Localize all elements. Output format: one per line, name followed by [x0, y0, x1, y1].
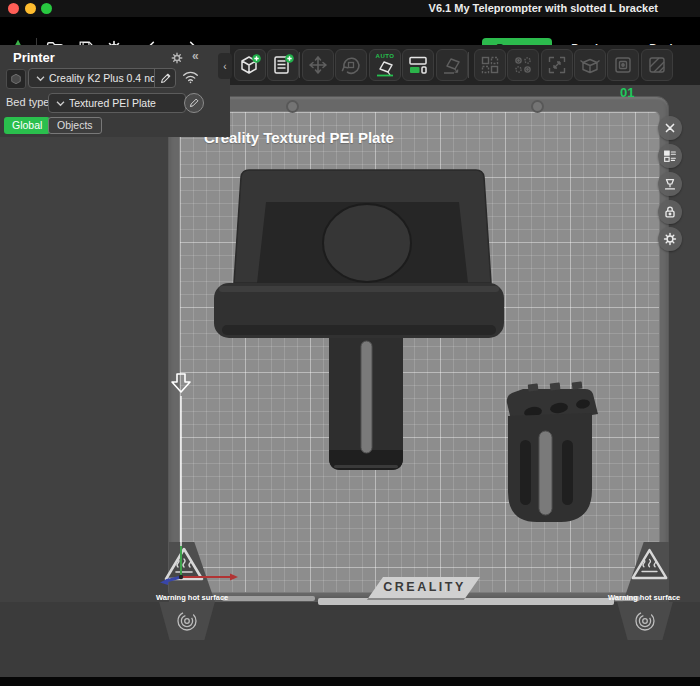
toolstrip-divider: [468, 52, 469, 78]
move-button[interactable]: [302, 49, 334, 81]
plate-front-lip: [318, 598, 614, 605]
printer-select-value: Creality K2 Plus 0.4 nozzle: [49, 72, 154, 84]
add-plate-button[interactable]: [267, 49, 299, 81]
printer-select[interactable]: Creality K2 Plus 0.4 nozzle: [28, 68, 176, 88]
plate-screw-hole: [531, 100, 544, 113]
hot-surface-warning-icon: [163, 546, 205, 583]
toolstrip-divider: [299, 52, 300, 78]
edit-bed-type-button[interactable]: [184, 93, 204, 113]
rotate-button[interactable]: [335, 49, 367, 81]
chevron-down-icon: [56, 100, 65, 107]
lay-flat-button[interactable]: [436, 49, 468, 81]
main-toolbar: Prepare Preview Device: [0, 17, 700, 45]
bed-type-value: Textured PEI Plate: [69, 97, 185, 109]
collapse-chevrons-icon[interactable]: «: [192, 49, 199, 63]
plate-gear-button[interactable]: [658, 227, 682, 251]
pencil-icon: [160, 73, 171, 84]
creality-brand-badge: CREALITY: [367, 577, 480, 600]
warning-hot-surface-label: Warning hot surface: [156, 593, 252, 602]
scale-button[interactable]: [541, 49, 573, 81]
creality-print-window: V6.1 My Teleprompter with slotted L brac…: [0, 0, 700, 686]
plate-type-label: Creality Textured PEI Plate: [204, 129, 394, 146]
printer-thumbnail-icon: [6, 69, 26, 89]
cut-button[interactable]: [607, 49, 639, 81]
fill-plate-button[interactable]: [507, 49, 539, 81]
clone-button[interactable]: [474, 49, 506, 81]
auto-seam-button[interactable]: [658, 172, 682, 196]
bed-type-label: Bed type: [6, 96, 49, 108]
auto-orient-button[interactable]: AUTO: [369, 49, 401, 81]
titlebar: V6.1 My Teleprompter with slotted L brac…: [0, 0, 700, 17]
pencil-icon: [189, 98, 199, 108]
plate-settings-button[interactable]: [658, 144, 682, 168]
build-plate-grid: [179, 111, 660, 593]
tab-objects[interactable]: Objects: [48, 117, 102, 134]
arrange-button[interactable]: [402, 49, 434, 81]
plate-number: 01: [620, 85, 634, 100]
wifi-icon[interactable]: [182, 70, 199, 84]
lock-plate-button[interactable]: [658, 200, 682, 224]
panel-collapse-handle[interactable]: ‹: [218, 53, 232, 79]
add-model-button[interactable]: [234, 49, 266, 81]
warning-hot-surface-label: Warning hot surface: [608, 593, 700, 602]
viewport-floor: [0, 602, 700, 677]
tab-global[interactable]: Global: [4, 117, 50, 134]
minimize-window-button[interactable]: [25, 3, 36, 14]
chevron-down-icon: [36, 75, 45, 82]
bed-type-select[interactable]: Textured PEI Plate: [48, 93, 186, 113]
plate-screw-hole: [286, 100, 299, 113]
creality-brand-text: CREALITY: [376, 577, 473, 597]
bottom-bar: [0, 677, 700, 686]
texture-button[interactable]: [641, 49, 673, 81]
pack-box-button[interactable]: [574, 49, 606, 81]
printer-settings-gear-icon[interactable]: [170, 51, 184, 65]
close-window-button[interactable]: [8, 3, 19, 14]
delete-plate-button[interactable]: [658, 116, 682, 140]
zoom-window-button[interactable]: [41, 3, 52, 14]
hot-surface-warning-icon: [630, 547, 669, 582]
edit-printer-button[interactable]: [154, 69, 175, 87]
printer-panel-title: Printer: [13, 50, 55, 65]
window-title: V6.1 My Teleprompter with slotted L brac…: [429, 2, 658, 14]
